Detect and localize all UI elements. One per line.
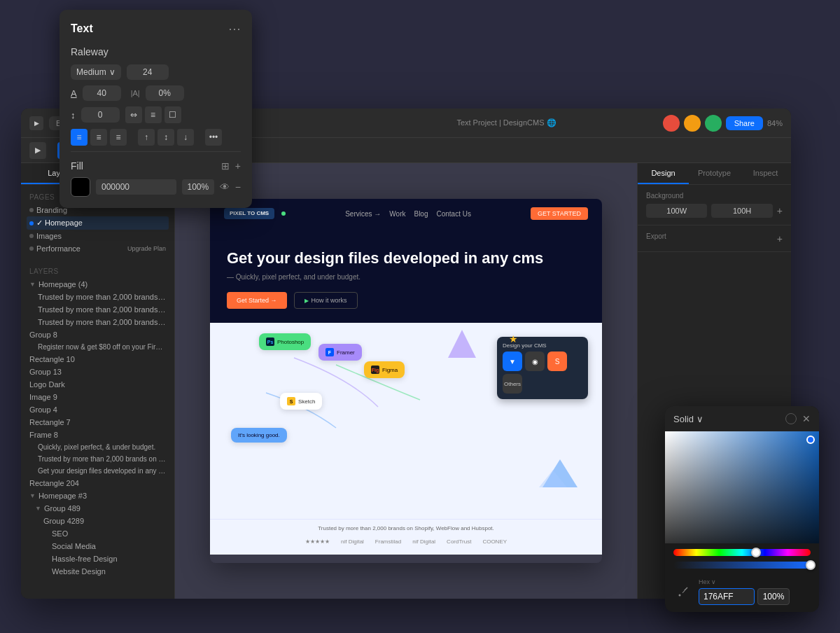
hex-input[interactable] xyxy=(699,588,755,605)
layer-group-4289[interactable]: Group 4289 xyxy=(27,515,169,527)
share-button[interactable]: Share xyxy=(726,116,763,130)
layer-rect-7[interactable]: Rectangle 7 xyxy=(27,416,169,429)
color-picker-close-icon[interactable]: ✕ xyxy=(802,413,811,424)
color-selector-handle[interactable] xyxy=(806,436,815,444)
layer-hassle-free[interactable]: Hassle-free Design xyxy=(27,552,169,565)
vert-align-middle-icon[interactable]: ↕ xyxy=(158,129,174,146)
color-type-selector[interactable]: Solid ∨ xyxy=(673,414,704,424)
get-started-button[interactable]: Get Started → xyxy=(227,292,287,309)
text-align-right-icon[interactable]: ≡ xyxy=(110,129,127,146)
page-label: Performance xyxy=(36,244,80,253)
hue-slider[interactable] xyxy=(673,549,811,556)
font-weight-select[interactable]: Medium ∨ xyxy=(71,64,121,80)
play-icon: ▶ xyxy=(304,298,309,304)
more-options-icon[interactable]: ••• xyxy=(205,129,222,146)
text-align-icons: ≡ ≡ ≡ xyxy=(71,129,127,146)
background-height-input[interactable] xyxy=(711,204,772,218)
fill-grid-icon[interactable]: ⊞ xyxy=(221,160,230,172)
align-horizontal-icon[interactable]: ⇔ xyxy=(125,106,142,123)
fill-icons: ⊞ + xyxy=(221,160,241,172)
star-decoration: ★ xyxy=(509,333,518,345)
layer-get-design[interactable]: Get your design files developed in any C… xyxy=(27,465,169,477)
font-size-input[interactable] xyxy=(127,64,169,80)
right-tab-inspect[interactable]: Inspect xyxy=(740,163,791,184)
align-distribute-icon[interactable]: ≡ xyxy=(145,106,162,123)
logo-nif1: nif Digital xyxy=(341,538,364,545)
layer-quickly[interactable]: Quickly, pixel perfect, & under budget. xyxy=(27,441,169,453)
layer-rect-10[interactable]: Rectangle 10 xyxy=(27,353,169,366)
eyedropper-tool[interactable] xyxy=(673,582,693,601)
layer-trusted-display[interactable]: Trusted by more than 2,000 brands on Dis… xyxy=(27,453,169,465)
layer-trusted-1[interactable]: Trusted by more than 2,000 brands on Dis… xyxy=(27,291,169,303)
align-icons: ⇔ ≡ ☐ xyxy=(125,106,181,123)
vert-align-top-icon[interactable]: ↑ xyxy=(138,129,155,146)
hex-label: Hex ∨ xyxy=(699,578,811,585)
sidebar-page-images[interactable]: Images xyxy=(27,230,169,242)
opacity-slider[interactable] xyxy=(673,562,811,569)
fill-visibility-icon[interactable]: 👁 xyxy=(220,181,230,193)
sidebar-page-homepage[interactable]: ✓ Homepage xyxy=(27,216,169,230)
letter-spacing-input[interactable] xyxy=(83,85,121,101)
tool-move[interactable]: ▶ xyxy=(29,142,46,159)
opacity-input[interactable] xyxy=(757,588,790,605)
align-box-icon[interactable]: ☐ xyxy=(164,106,181,123)
layer-group-4[interactable]: Group 4 xyxy=(27,403,169,416)
background-inputs: + xyxy=(646,204,783,218)
canvas-area[interactable]: Homepage › Hero PIXEL TO CMS Services → … xyxy=(175,163,637,599)
layer-register[interactable]: Register now & get $80 off on your First… xyxy=(27,341,169,353)
text-align-center-icon[interactable]: ≡ xyxy=(90,129,107,146)
layer-social-media[interactable]: Social Media xyxy=(27,540,169,552)
background-width-input[interactable] xyxy=(646,204,707,218)
sidebar-page-performance[interactable]: Performance Upgrade Plan xyxy=(27,242,169,255)
export-header: Export + xyxy=(646,232,783,244)
how-it-works-button[interactable]: ▶ How it works xyxy=(294,292,358,309)
site-cta-button[interactable]: GET STARTED xyxy=(531,207,588,220)
panel-title: Text xyxy=(71,22,93,35)
figma-logo[interactable]: ▶ xyxy=(29,116,43,130)
fill-add-icon[interactable]: + xyxy=(235,160,241,172)
layer-trusted-2[interactable]: Trusted by more than 2,000 brands on Dis… xyxy=(27,303,169,316)
color-picker-controls: ✕ xyxy=(785,413,811,424)
logo-nif2: nif Digital xyxy=(412,538,435,545)
nav-left: PIXEL TO CMS xyxy=(224,208,286,220)
hue-slider-thumb[interactable] xyxy=(751,548,761,557)
text-align-left-icon[interactable]: ≡ xyxy=(71,129,88,146)
background-add-icon[interactable]: + xyxy=(777,205,783,216)
layer-homepage-3[interactable]: ▼ Homepage #3 xyxy=(27,489,169,502)
layer-frame-8[interactable]: Frame 8 xyxy=(27,429,169,441)
right-tab-prototype[interactable]: Prototype xyxy=(689,163,740,184)
vert-align-bottom-icon[interactable]: ↓ xyxy=(177,129,194,146)
page-label: Images xyxy=(36,232,62,240)
color-gradient-area[interactable] xyxy=(665,431,819,543)
layer-group-8[interactable]: Group 8 xyxy=(27,328,169,341)
tracking-input[interactable] xyxy=(146,85,184,101)
color-swatch[interactable] xyxy=(71,177,90,197)
design-cms-icons: ▼ ◉ S Others xyxy=(503,352,582,394)
layer-group-489[interactable]: ▼ Group 489 xyxy=(27,502,169,515)
layer-image-9[interactable]: Image 9 xyxy=(27,391,169,403)
layer-seo[interactable]: SEO xyxy=(27,527,169,540)
layer-rect-204[interactable]: Rectangle 204 xyxy=(27,477,169,489)
logo-cordtrust: CordTrust xyxy=(447,538,471,545)
layer-website-design[interactable]: Website Design xyxy=(27,565,169,578)
layer-homepage-4[interactable]: ▼ Homepage (4) xyxy=(27,278,169,291)
layer-trusted-3[interactable]: Trusted by more than 2,000 brands on Dis… xyxy=(27,316,169,328)
svg-point-4 xyxy=(679,594,681,597)
fill-title: Fill xyxy=(71,160,83,172)
opacity-slider-thumb[interactable] xyxy=(806,560,816,570)
fill-remove-icon[interactable]: − xyxy=(235,181,241,193)
line-height-input[interactable] xyxy=(81,107,120,123)
cms-icon-shopify: S xyxy=(547,352,567,371)
export-add-icon[interactable]: + xyxy=(777,233,783,244)
layer-logo-dark[interactable]: Logo Dark xyxy=(27,378,169,391)
font-name: Raleway xyxy=(71,46,241,57)
text-panel: Text ⋯ Raleway Medium ∨ A |A| ↕ ⇔ ≡ ☐ xyxy=(59,10,252,208)
background-label: Background xyxy=(646,192,783,200)
right-tab-design[interactable]: Design xyxy=(638,163,689,184)
diagram-card-looking-good: It's looking good. xyxy=(231,428,287,443)
panel-more-icon[interactable]: ⋯ xyxy=(228,21,241,36)
diagram-card-sketch: S Sketch xyxy=(280,393,322,410)
layer-group-13[interactable]: Group 13 xyxy=(27,366,169,378)
color-picker-circle-btn[interactable] xyxy=(785,413,797,424)
nav-work: Work xyxy=(389,210,405,218)
